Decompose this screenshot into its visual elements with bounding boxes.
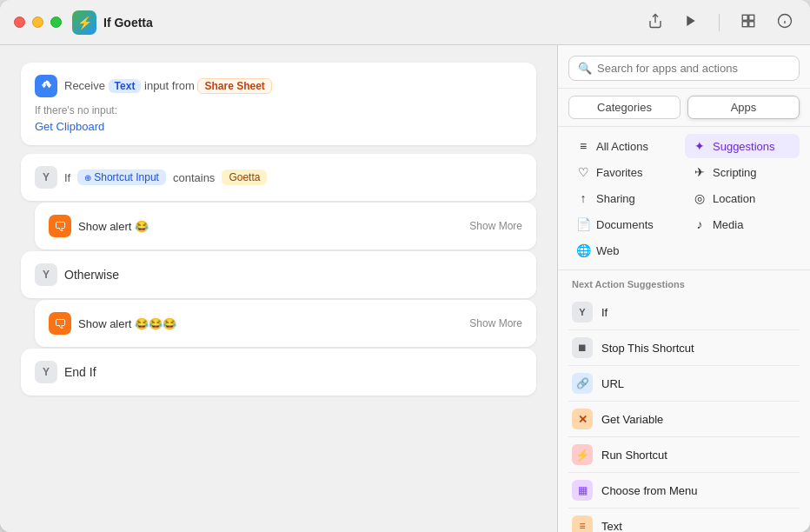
- choose-menu-icon: ▦: [572, 480, 593, 501]
- alert-2-label: Show alert 😂😂😂: [78, 317, 176, 330]
- if-suggestion-label: If: [601, 306, 608, 319]
- receive-card[interactable]: Receive Text input from Share Sheet If t…: [21, 63, 536, 145]
- tab-categories[interactable]: Categories: [568, 96, 681, 119]
- alert-1-left: 🗨 Show alert 😂: [49, 215, 149, 237]
- suggestions-header: Next Action Suggestions: [558, 270, 810, 295]
- library-button[interactable]: [737, 10, 760, 36]
- title-bar: ⚡ If Goetta: [0, 0, 810, 45]
- svg-rect-3: [749, 15, 754, 20]
- suggestion-get-variable[interactable]: ✕ Get Variable: [558, 402, 810, 436]
- sharing-label: Sharing: [596, 192, 635, 205]
- run-shortcut-icon: ⚡: [572, 444, 593, 465]
- close-button[interactable]: [14, 17, 25, 28]
- source-pill[interactable]: Share Sheet: [197, 78, 271, 94]
- show-alert-1-card[interactable]: 🗨 Show alert 😂 Show More: [35, 203, 536, 249]
- alert-1-icon: 🗨: [49, 215, 71, 237]
- choose-menu-label: Choose from Menu: [601, 484, 698, 497]
- play-button[interactable]: [681, 10, 701, 35]
- show-more-1-button[interactable]: Show More: [469, 220, 522, 232]
- otherwise-label: Otherwise: [64, 268, 119, 282]
- svg-rect-4: [749, 21, 754, 26]
- show-more-2-button[interactable]: Show More: [469, 317, 522, 329]
- url-suggestion-label: URL: [601, 377, 624, 390]
- alert-2-left: 🗨 Show alert 😂😂😂: [49, 312, 176, 335]
- minimize-button[interactable]: [32, 17, 43, 28]
- location-icon: ◎: [692, 191, 707, 205]
- window-title: If Goetta: [103, 16, 153, 30]
- otherwise-card[interactable]: Y Otherwise: [21, 251, 536, 298]
- search-input[interactable]: [597, 62, 790, 75]
- show-alert-2-card[interactable]: 🗨 Show alert 😂😂😂 Show More: [35, 300, 536, 347]
- search-bar: 🔍: [558, 45, 810, 89]
- favorites-label: Favorites: [596, 166, 642, 179]
- app-icon: ⚡: [72, 10, 96, 35]
- if-suggestion-icon: Y: [572, 302, 593, 323]
- scripting-label: Scripting: [713, 166, 757, 179]
- suggestion-run-shortcut[interactable]: ⚡ Run Shortcut: [558, 437, 810, 472]
- contains-label: contains: [173, 171, 215, 184]
- cat-suggestions[interactable]: ✦ Suggestions: [685, 134, 800, 158]
- get-clipboard-link[interactable]: Get Clipboard: [35, 120, 522, 133]
- traffic-lights: [14, 17, 62, 28]
- media-icon: ♪: [692, 217, 707, 231]
- search-icon: 🔍: [578, 62, 592, 75]
- alert-1-label: Show alert 😂: [78, 220, 149, 233]
- svg-marker-1: [687, 16, 694, 26]
- stop-suggestion-label: Stop This Shortcut: [601, 342, 694, 355]
- text-pill[interactable]: Text: [109, 79, 142, 93]
- web-label: Web: [596, 244, 620, 257]
- suggestion-text[interactable]: ≡ Text: [558, 509, 810, 532]
- if-card[interactable]: Y If ⊕ Shortcut Input contains Goetta: [21, 154, 536, 201]
- categories-grid: ≡ All Actions ✦ Suggestions ♡ Favorites …: [558, 127, 810, 270]
- suggestion-choose-menu[interactable]: ▦ Choose from Menu: [558, 473, 810, 508]
- all-actions-icon: ≡: [575, 139, 591, 153]
- suggestions-icon: ✦: [692, 139, 707, 153]
- all-actions-label: All Actions: [596, 140, 648, 153]
- condition-value[interactable]: Goetta: [222, 170, 267, 185]
- app-title-group: ⚡ If Goetta: [72, 10, 634, 35]
- condition-chip[interactable]: ⊕ Shortcut Input: [77, 170, 166, 185]
- location-label: Location: [713, 192, 755, 205]
- no-input-label: If there's no input:: [35, 104, 522, 116]
- otherwise-y-icon: Y: [35, 263, 57, 286]
- upload-button[interactable]: [644, 10, 667, 36]
- maximize-button[interactable]: [50, 17, 62, 28]
- suggestion-stop[interactable]: ⏹ Stop This Shortcut: [558, 330, 810, 365]
- svg-rect-2: [742, 15, 747, 20]
- cat-location[interactable]: ◎ Location: [685, 186, 800, 210]
- web-icon: 🌐: [575, 243, 591, 257]
- tab-apps[interactable]: Apps: [687, 96, 800, 119]
- receive-icon: [35, 75, 57, 97]
- end-if-card[interactable]: Y End If: [21, 349, 536, 396]
- tab-group: Categories Apps: [558, 89, 810, 127]
- actions-panel: 🔍 Categories Apps ≡ All Actions ✦ Sugges…: [558, 45, 810, 532]
- media-label: Media: [713, 218, 743, 231]
- get-variable-icon: ✕: [572, 409, 593, 429]
- suggestions-label: Suggestions: [713, 140, 775, 153]
- if-y-icon: Y: [35, 166, 57, 189]
- cat-media[interactable]: ♪ Media: [685, 212, 800, 236]
- suggestion-if[interactable]: Y If: [558, 295, 810, 329]
- cat-favorites[interactable]: ♡ Favorites: [568, 160, 683, 184]
- suggestions-section: Next Action Suggestions Y If ⏹ Stop This…: [558, 270, 810, 532]
- cat-web[interactable]: 🌐 Web: [568, 238, 683, 263]
- run-shortcut-label: Run Shortcut: [601, 449, 667, 462]
- workflow-panel: Receive Text input from Share Sheet If t…: [0, 45, 558, 532]
- url-suggestion-icon: 🔗: [572, 373, 593, 394]
- scripting-icon: ✈: [692, 165, 707, 179]
- cat-all-actions[interactable]: ≡ All Actions: [568, 134, 683, 158]
- cat-scripting[interactable]: ✈ Scripting: [685, 160, 800, 184]
- search-wrapper: 🔍: [568, 56, 800, 81]
- suggestion-url[interactable]: 🔗 URL: [558, 366, 810, 401]
- main-content: Receive Text input from Share Sheet If t…: [0, 45, 810, 532]
- svg-rect-5: [742, 21, 747, 26]
- cat-documents[interactable]: 📄 Documents: [568, 212, 683, 236]
- cat-sharing[interactable]: ↑ Sharing: [568, 186, 683, 210]
- documents-icon: 📄: [575, 217, 591, 231]
- get-variable-label: Get Variable: [601, 413, 663, 426]
- main-window: ⚡ If Goetta: [0, 0, 810, 532]
- info-button[interactable]: [773, 10, 796, 36]
- receive-label: Receive Text input from Share Sheet: [64, 78, 272, 94]
- alert-2-icon: 🗨: [49, 312, 71, 335]
- sharing-icon: ↑: [575, 191, 591, 205]
